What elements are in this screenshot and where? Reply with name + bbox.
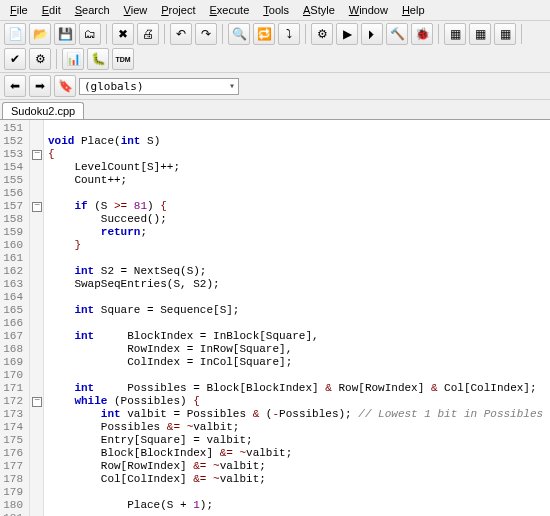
redo-icon[interactable]: ↷ — [195, 23, 217, 45]
fold-spacer — [30, 226, 43, 239]
code-editor[interactable]: 1511521531541551561571581591601611621631… — [0, 120, 550, 516]
code-line[interactable] — [48, 486, 543, 499]
line-number: 179 — [2, 486, 23, 499]
line-number: 158 — [2, 213, 23, 226]
menu-astyle[interactable]: AStyle — [297, 2, 341, 18]
code-line[interactable]: } — [48, 239, 543, 252]
toolbar-separator — [521, 24, 522, 44]
code-line[interactable]: Block[BlockIndex] &= ~valbit; — [48, 447, 543, 460]
menu-tools[interactable]: Tools — [257, 2, 295, 18]
print-icon[interactable]: 🖨 — [137, 23, 159, 45]
menu-help[interactable]: Help — [396, 2, 431, 18]
fold-spacer — [30, 473, 43, 486]
code-line[interactable] — [48, 317, 543, 330]
code-line[interactable] — [48, 369, 543, 382]
scope-selector[interactable]: (globals) — [79, 78, 239, 95]
code-line[interactable]: Place(S + 1); — [48, 499, 543, 512]
menu-edit[interactable]: Edit — [36, 2, 67, 18]
fold-spacer — [30, 278, 43, 291]
code-line[interactable]: int valbit = Possibles & (-Possibles); /… — [48, 408, 543, 421]
menu-bar: FileEditSearchViewProjectExecuteToolsASt… — [0, 0, 550, 21]
find-next-icon[interactable]: ⤵ — [278, 23, 300, 45]
menu-project[interactable]: Project — [155, 2, 201, 18]
forward-icon[interactable]: ➡ — [29, 75, 51, 97]
menu-search[interactable]: Search — [69, 2, 116, 18]
find-icon[interactable]: 🔍 — [228, 23, 250, 45]
toolbar-separator — [305, 24, 306, 44]
line-number: 174 — [2, 421, 23, 434]
code-line[interactable]: { — [48, 148, 543, 161]
fold-spacer — [30, 122, 43, 135]
check-icon[interactable]: ✔ — [4, 48, 26, 70]
rebuild-icon[interactable]: 🔨 — [386, 23, 408, 45]
replace-icon[interactable]: 🔁 — [253, 23, 275, 45]
fold-spacer — [30, 239, 43, 252]
run-icon[interactable]: ▶ — [336, 23, 358, 45]
fold-spacer — [30, 369, 43, 382]
code-line[interactable] — [48, 291, 543, 304]
tdm-icon[interactable]: TDM — [112, 48, 134, 70]
compile-run-icon[interactable]: ⏵ — [361, 23, 383, 45]
code-line[interactable]: Row[RowIndex] &= ~valbit; — [48, 460, 543, 473]
fold-spacer — [30, 356, 43, 369]
line-number-gutter: 1511521531541551561571581591601611621631… — [0, 120, 30, 516]
gear-icon[interactable]: ⚙ — [29, 48, 51, 70]
code-line[interactable]: Succeed(); — [48, 213, 543, 226]
code-line[interactable]: int Possibles = Block[BlockIndex] & Row[… — [48, 382, 543, 395]
fold-toggle[interactable] — [30, 148, 43, 161]
grid3-icon[interactable]: ▦ — [494, 23, 516, 45]
new-file-icon[interactable]: 📄 — [4, 23, 26, 45]
line-number: 178 — [2, 473, 23, 486]
chart-icon[interactable]: 📊 — [62, 48, 84, 70]
code-line[interactable] — [48, 512, 543, 516]
line-number: 168 — [2, 343, 23, 356]
save-all-icon[interactable]: 🗂 — [79, 23, 101, 45]
close-icon[interactable]: ✖ — [112, 23, 134, 45]
code-line[interactable]: RowIndex = InRow[Square], — [48, 343, 543, 356]
code-line[interactable]: return; — [48, 226, 543, 239]
code-line[interactable]: Count++; — [48, 174, 543, 187]
line-number: 167 — [2, 330, 23, 343]
code-line[interactable]: if (S >= 81) { — [48, 200, 543, 213]
menu-view[interactable]: View — [118, 2, 154, 18]
code-line[interactable]: int S2 = NextSeq(S); — [48, 265, 543, 278]
undo-icon[interactable]: ↶ — [170, 23, 192, 45]
debug-icon[interactable]: 🐞 — [411, 23, 433, 45]
code-line[interactable]: Entry[Square] = valbit; — [48, 434, 543, 447]
line-number: 152 — [2, 135, 23, 148]
back-icon[interactable]: ⬅ — [4, 75, 26, 97]
line-number: 173 — [2, 408, 23, 421]
menu-execute[interactable]: Execute — [204, 2, 256, 18]
fold-spacer — [30, 304, 43, 317]
file-tab[interactable]: Sudoku2.cpp — [2, 102, 84, 119]
code-line[interactable] — [48, 252, 543, 265]
menu-window[interactable]: Window — [343, 2, 394, 18]
fold-spacer — [30, 330, 43, 343]
code-area[interactable]: void Place(int S){ LevelCount[S]++; Coun… — [44, 120, 547, 516]
code-line[interactable]: LevelCount[S]++; — [48, 161, 543, 174]
menu-file[interactable]: File — [4, 2, 34, 18]
code-line[interactable]: SwapSeqEntries(S, S2); — [48, 278, 543, 291]
open-icon[interactable]: 📂 — [29, 23, 51, 45]
code-line[interactable]: void Place(int S) — [48, 135, 543, 148]
grid2-icon[interactable]: ▦ — [469, 23, 491, 45]
grid1-icon[interactable]: ▦ — [444, 23, 466, 45]
bookmark-icon[interactable]: 🔖 — [54, 75, 76, 97]
fold-gutter[interactable] — [30, 120, 44, 516]
bug-icon[interactable]: 🐛 — [87, 48, 109, 70]
code-line[interactable]: ColIndex = InCol[Square]; — [48, 356, 543, 369]
fold-toggle[interactable] — [30, 200, 43, 213]
fold-spacer — [30, 174, 43, 187]
save-icon[interactable]: 💾 — [54, 23, 76, 45]
code-line[interactable] — [48, 122, 543, 135]
compile-icon[interactable]: ⚙ — [311, 23, 333, 45]
code-line[interactable]: Possibles &= ~valbit; — [48, 421, 543, 434]
code-line[interactable]: int BlockIndex = InBlock[Square], — [48, 330, 543, 343]
code-line[interactable] — [48, 187, 543, 200]
code-line[interactable]: Col[ColIndex] &= ~valbit; — [48, 473, 543, 486]
fold-spacer — [30, 265, 43, 278]
fold-spacer — [30, 421, 43, 434]
code-line[interactable]: while (Possibles) { — [48, 395, 543, 408]
code-line[interactable]: int Square = Sequence[S]; — [48, 304, 543, 317]
fold-toggle[interactable] — [30, 395, 43, 408]
